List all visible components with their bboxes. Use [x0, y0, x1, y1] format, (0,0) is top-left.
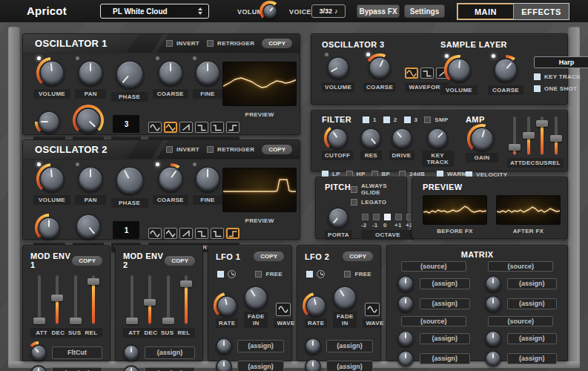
sample-coarse-knob[interactable] [494, 58, 518, 82]
osc2-phase-knob[interactable] [116, 166, 144, 194]
preset-selector[interactable]: PL White Cloud [100, 4, 209, 19]
filter-drive-knob[interactable] [392, 128, 412, 148]
matrix-source-box-2[interactable]: (source) [488, 261, 553, 272]
modenv2-att-slider[interactable] [126, 275, 138, 324]
amp-gain-knob[interactable] [470, 127, 494, 151]
matrix-source-box-3[interactable]: (source) [401, 316, 466, 326]
preset-spinner-icon[interactable] [198, 7, 202, 15]
lfo2-target1-box[interactable]: (assign) [326, 340, 373, 352]
osc2-pan-knob[interactable] [78, 166, 103, 191]
lfo2-wave-button[interactable] [365, 303, 380, 316]
matrix-amount-knob-4a[interactable] [485, 330, 501, 347]
amp-sus-slider[interactable] [536, 116, 548, 155]
filter-keytrack-knob[interactable] [427, 128, 448, 148]
osc3-volume-knob[interactable] [327, 56, 349, 79]
tab-effects[interactable]: EFFECTS [514, 4, 569, 19]
matrix-assign-box-1a[interactable]: (assign) [420, 278, 470, 289]
pitch-always-glide-checkbox[interactable]: ALWAYS GLIDE [351, 183, 400, 196]
filter-osc2-toggle[interactable]: 2 [383, 116, 397, 123]
osc2-stereo-knob[interactable] [76, 214, 101, 239]
pitch-porta-knob[interactable] [328, 207, 348, 228]
octave-minus2-button[interactable] [362, 214, 369, 220]
modenv1-sus-slider[interactable] [70, 275, 82, 324]
filter-res-knob[interactable] [360, 128, 381, 148]
lfo2-target2-box[interactable]: (assign) [326, 361, 373, 371]
osc1-wave-square-button[interactable] [195, 122, 208, 133]
sample-one-shot-checkbox[interactable]: ONE SHOT [534, 85, 588, 92]
osc1-phase-knob[interactable] [116, 60, 144, 88]
pitch-legato-checkbox[interactable]: LEGATO [351, 199, 400, 206]
matrix-amount-knob-1b[interactable] [397, 295, 414, 312]
lfo2-amount1-knob[interactable] [305, 338, 321, 354]
osc1-volume-knob[interactable] [39, 60, 65, 85]
osc1-retrigger-checkbox[interactable]: RETRIGGER [207, 40, 254, 47]
modenv1-amount1-knob[interactable] [30, 344, 47, 361]
osc2-copy-button[interactable]: COPY [262, 145, 292, 154]
lfo2-fadein-knob[interactable] [333, 286, 357, 309]
lfo1-free-checkbox[interactable]: FREE [255, 271, 283, 278]
osc2-detune-knob[interactable] [38, 217, 60, 239]
osc2-wave-saw-button[interactable] [179, 228, 193, 239]
modenv1-dec-slider[interactable] [51, 275, 63, 324]
osc1-wave-sine-button[interactable] [148, 122, 162, 133]
osc1-pan-knob[interactable] [78, 60, 103, 85]
bypass-fx-button[interactable]: Bypass FX [357, 4, 400, 18]
matrix-assign-box-1b[interactable]: (assign) [420, 298, 470, 309]
matrix-amount-knob-2a[interactable] [485, 275, 501, 292]
modenv2-target1-box[interactable]: (assign) [145, 347, 195, 359]
filter-cutoff-knob[interactable] [327, 128, 348, 148]
osc1-copy-button[interactable]: COPY [262, 39, 292, 48]
osc2-retrigger-checkbox[interactable]: RETRIGGER [207, 146, 254, 153]
master-volume-knob[interactable] [262, 4, 277, 19]
modenv2-dec-slider[interactable] [144, 275, 156, 324]
modenv1-rel-slider[interactable] [87, 275, 99, 324]
octave-minus1-button[interactable] [373, 214, 380, 220]
osc2-wave-triangle-button[interactable] [164, 228, 177, 239]
matrix-assign-box-2b[interactable]: (assign) [507, 298, 558, 309]
amp-rel-slider[interactable] [550, 116, 562, 155]
lfo1-rate-knob[interactable] [217, 295, 237, 316]
osc3-coarse-knob[interactable] [369, 56, 391, 79]
lfo2-rate-knob[interactable] [305, 295, 326, 316]
osc2-volume-knob[interactable] [39, 166, 65, 191]
sample-preset-dropdown[interactable]: Harp ▾ [534, 56, 588, 68]
lfo1-target2-box[interactable]: (assign) [237, 361, 284, 371]
lfo1-target1-box[interactable]: (assign) [237, 340, 284, 352]
matrix-assign-box-3a[interactable]: (assign) [420, 333, 470, 344]
osc3-wave-sine-button[interactable] [405, 68, 418, 79]
osc1-coarse-knob[interactable] [158, 60, 183, 85]
amp-dec-slider[interactable] [523, 116, 535, 155]
osc1-detune-knob[interactable] [38, 111, 60, 133]
filter-osc1-toggle[interactable]: 1 [363, 116, 377, 123]
modenv2-amount2-knob[interactable] [123, 365, 139, 371]
tab-main[interactable]: MAIN [457, 4, 514, 19]
modenv1-att-slider[interactable] [33, 275, 45, 324]
modenv2-copy-button[interactable]: COPY [165, 256, 195, 266]
osc2-wave-square-button[interactable] [195, 228, 208, 239]
osc2-coarse-knob[interactable] [158, 166, 183, 191]
matrix-source-box-4[interactable]: (source) [488, 316, 553, 326]
lfo1-amount1-knob[interactable] [216, 338, 232, 354]
lfo1-sync-checkbox[interactable] [217, 270, 236, 278]
settings-button[interactable]: Settings [404, 4, 445, 18]
osc1-wave-triangle-button[interactable] [164, 122, 177, 133]
octave-plus1-button[interactable] [395, 214, 402, 220]
modenv2-sus-slider[interactable] [162, 275, 174, 324]
matrix-amount-knob-1a[interactable] [397, 275, 414, 292]
lfo2-amount2-knob[interactable] [305, 358, 321, 371]
matrix-assign-box-4a[interactable]: (assign) [507, 333, 558, 344]
lfo1-copy-button[interactable]: COPY [254, 252, 284, 261]
filter-smp-toggle[interactable]: SMP [424, 116, 448, 123]
lfo1-wave-button[interactable] [276, 303, 291, 316]
modenv2-amount1-knob[interactable] [123, 344, 139, 361]
osc1-voices-value[interactable]: 3 [113, 115, 139, 133]
lfo2-free-checkbox[interactable]: FREE [344, 271, 371, 278]
matrix-amount-knob-3b[interactable] [397, 350, 414, 367]
osc2-invert-checkbox[interactable]: INVERT [166, 146, 199, 153]
osc1-fine-knob[interactable] [195, 60, 220, 85]
amp-att-slider[interactable] [509, 116, 521, 155]
modenv1-copy-button[interactable]: COPY [72, 256, 102, 266]
sample-volume-knob[interactable] [447, 58, 471, 82]
modenv1-target2-box[interactable]: (assign) [52, 367, 102, 371]
lfo1-fadein-knob[interactable] [244, 286, 268, 309]
